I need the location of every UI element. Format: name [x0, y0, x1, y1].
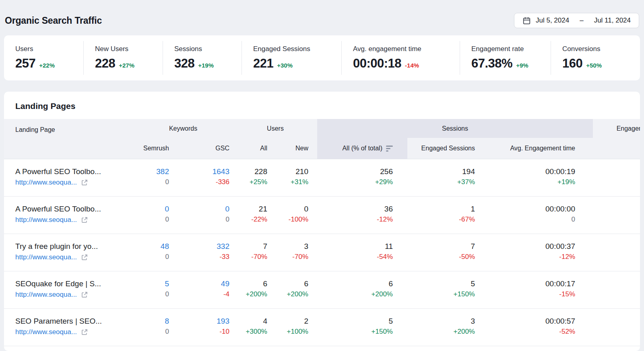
metric-avg-engagement-time: Avg. engagement time 00:00:18-14%	[342, 35, 460, 80]
metric-value: 67.38%	[471, 56, 512, 71]
metric-cell: 11-54%	[317, 234, 407, 271]
metric-cell: 00	[173, 197, 233, 234]
metric-delta: +30%	[277, 62, 293, 69]
metric-engaged-sessions: Engaged Sessions 221+30%	[242, 35, 341, 80]
column-header-engaged-sessions[interactable]: Engaged Sessions	[407, 138, 481, 159]
landing-page-cell: SEO Parameters | SEO... http://www.seoqu…	[4, 309, 133, 346]
metric-new-users: New Users 228+27%	[84, 35, 163, 80]
table-subheader-row: Semrush GSC All New All (% of total) Eng…	[4, 138, 640, 159]
metric-cell: 3+200%	[407, 309, 481, 346]
metric-cell: 3-70%	[270, 234, 317, 271]
landing-page-url[interactable]: http://www.seoqua...	[15, 289, 77, 300]
metric-delta: +19%	[198, 62, 214, 69]
metric-cell: 194+37%	[407, 159, 481, 196]
metric-cell: 256+29%	[317, 159, 407, 196]
table-row: A Powerful SEO Toolbo... http://www.seoq…	[4, 159, 640, 197]
column-group-users: Users	[233, 119, 317, 138]
column-header-users-all[interactable]: All	[233, 138, 270, 159]
column-group-landing-page: Landing Page	[4, 119, 133, 138]
metric-cell: 210+31%	[270, 159, 317, 196]
metric-label: Avg. engagement time	[353, 45, 460, 53]
column-header-gsc[interactable]: GSC	[173, 138, 233, 159]
landing-page-cell: SEOquake for Edge | S... http://www.seoq…	[4, 271, 133, 308]
metric-cell: 7-70%	[233, 234, 270, 271]
column-header-avg-engagement-time[interactable]: Avg. Engagement time	[481, 138, 593, 159]
metric-delta: +27%	[119, 62, 134, 69]
table-row: A Powerful SEO Toolbo... http://www.seoq…	[4, 197, 640, 234]
landing-page-title: A Powerful SEO Toolbo...	[15, 203, 133, 214]
metric-delta: -14%	[405, 62, 419, 69]
metric-cell: 6+200%	[233, 271, 270, 308]
metric-cell-clipped	[593, 271, 640, 308]
external-link-icon[interactable]	[81, 179, 88, 186]
table-body: A Powerful SEO Toolbo... http://www.seoq…	[4, 159, 640, 346]
page-header: Organic Search Traffic Jul 5, 2024 – Jul…	[0, 0, 644, 32]
metric-label: Sessions	[174, 45, 242, 53]
date-separator: –	[574, 16, 589, 25]
metric-cell: 332-33	[173, 234, 233, 271]
metric-delta: +9%	[516, 62, 528, 69]
landing-page-title: SEOquake for Edge | S...	[15, 278, 133, 289]
sort-descending-icon	[386, 146, 393, 152]
landing-pages-title: Landing Pages	[4, 99, 640, 119]
column-group-engagement-rate: Engagement rate	[593, 119, 640, 138]
column-header-label: All (% of total)	[342, 145, 382, 152]
metric-engagement-rate: Engagement rate 67.38%+9%	[460, 35, 551, 80]
landing-page-url[interactable]: http://www.seoqua...	[15, 326, 77, 337]
metric-delta: +50%	[586, 62, 602, 69]
metric-label: New Users	[95, 45, 163, 53]
column-header-semrush[interactable]: Semrush	[133, 138, 173, 159]
external-link-icon[interactable]	[81, 216, 88, 224]
column-header-users-new[interactable]: New	[270, 138, 317, 159]
metric-cell-clipped	[593, 159, 640, 196]
external-link-icon[interactable]	[81, 291, 88, 298]
metric-cell: 480	[133, 234, 173, 271]
metric-cell-clipped	[593, 234, 640, 271]
metric-cell: 1643-336	[173, 159, 233, 196]
metric-label: Users	[15, 45, 83, 53]
column-header-sessions-all[interactable]: All (% of total)	[317, 138, 407, 159]
landing-page-url[interactable]: http://www.seoqua...	[15, 177, 77, 188]
metric-cell: 4+300%	[233, 309, 270, 346]
metric-cell: 6+200%	[270, 271, 317, 308]
metric-cell: 36-12%	[317, 197, 407, 234]
metric-cell: 193-10	[173, 309, 233, 346]
metric-cell: 00:00:000	[481, 197, 593, 234]
page-title: Organic Search Traffic	[5, 15, 102, 26]
metric-cell: 80	[133, 309, 173, 346]
landing-page-url[interactable]: http://www.seoqua...	[15, 252, 77, 263]
landing-page-url[interactable]: http://www.seoqua...	[15, 214, 77, 225]
table-group-header-row: Landing Page Keywords Users Sessions Eng…	[4, 119, 640, 138]
metric-cell: 5+150%	[317, 309, 407, 346]
metric-cell: 5+150%	[407, 271, 481, 308]
date-start: Jul 5, 2024	[536, 16, 569, 25]
metric-delta: +22%	[39, 62, 55, 69]
metric-cell: 50	[133, 271, 173, 308]
metric-cell: 2+100%	[270, 309, 317, 346]
calendar-icon	[522, 16, 531, 25]
date-range-picker[interactable]: Jul 5, 2024 – Jul 11, 2024	[514, 13, 639, 28]
landing-page-title: Try a free plugin for yo...	[15, 241, 133, 252]
metric-value: 228	[95, 56, 115, 71]
external-link-icon[interactable]	[81, 328, 88, 336]
metric-conversions: Conversions 160+50%	[551, 35, 640, 80]
external-link-icon[interactable]	[81, 254, 88, 261]
landing-pages-card: Landing Pages Landing Page Keywords User…	[4, 92, 640, 351]
metric-cell: 00:00:17-15%	[481, 271, 593, 308]
metric-cell: 0-100%	[270, 197, 317, 234]
metric-cell: 6+200%	[317, 271, 407, 308]
metric-value: 00:00:18	[353, 56, 401, 71]
landing-page-cell: A Powerful SEO Toolbo... http://www.seoq…	[4, 197, 133, 234]
metric-cell: 00:00:19+19%	[481, 159, 593, 196]
metric-cell-clipped	[593, 309, 640, 346]
metric-cell: 00:00:37-12%	[481, 234, 593, 271]
date-end: Jul 11, 2024	[594, 16, 631, 25]
column-header-engagement-rate	[593, 138, 640, 159]
metric-cell: 228+25%	[233, 159, 270, 196]
metric-cell: 49-4	[173, 271, 233, 308]
table-row: SEO Parameters | SEO... http://www.seoqu…	[4, 309, 640, 346]
metric-cell: 21-22%	[233, 197, 270, 234]
metric-value: 160	[562, 56, 582, 71]
metric-users: Users 257+22%	[4, 35, 83, 80]
metric-value: 257	[15, 56, 35, 71]
